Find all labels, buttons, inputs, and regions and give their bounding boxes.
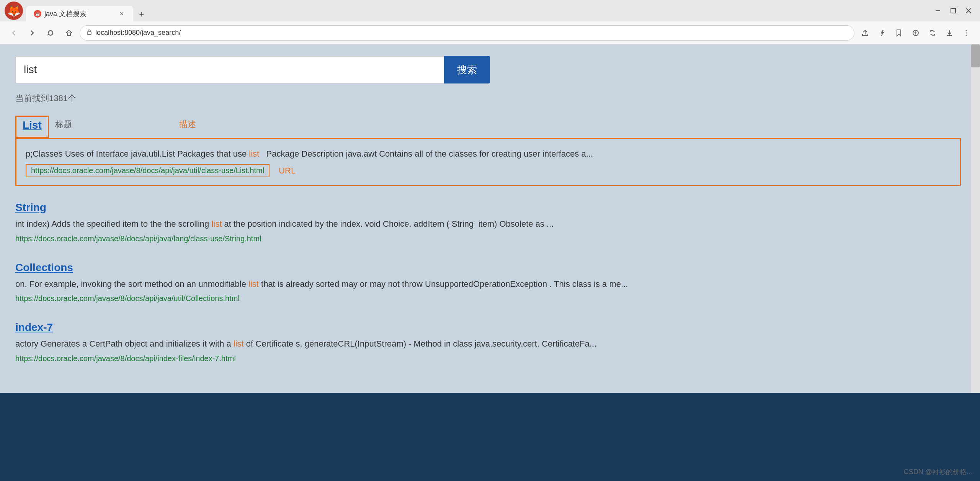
extensions-button[interactable]: [908, 25, 923, 41]
nav-bar: localhost:8080/java_search/: [0, 21, 980, 44]
search-input[interactable]: [15, 56, 444, 83]
watermark-text: CSDN @衬衫的价格...: [904, 467, 972, 476]
scrollbar-thumb[interactable]: [971, 44, 980, 67]
tab-bar: ☕ java 文档搜索 ✕ +: [26, 0, 928, 21]
result-4-title[interactable]: index-7: [15, 321, 53, 334]
minimize-button[interactable]: [931, 4, 945, 18]
result-item-index7: index-7 actory Generates a CertPath obje…: [15, 321, 961, 363]
result-item-string: String int index) Adds the specified ite…: [15, 201, 961, 243]
url-display: localhost:8080/java_search/: [95, 29, 848, 37]
address-bar[interactable]: localhost:8080/java_search/: [80, 25, 854, 41]
lock-icon: [86, 29, 92, 37]
maximize-button[interactable]: [946, 4, 960, 18]
svg-marker-6: [897, 30, 901, 36]
menu-button[interactable]: [959, 25, 974, 41]
home-button[interactable]: [61, 25, 77, 41]
result-2-url[interactable]: https://docs.oracle.com/javase/8/docs/ap…: [15, 234, 261, 243]
svg-rect-5: [87, 32, 91, 34]
sync-button[interactable]: [925, 25, 940, 41]
download-button[interactable]: [942, 25, 957, 41]
result-3-url[interactable]: https://docs.oracle.com/javase/8/docs/ap…: [15, 294, 240, 303]
svg-rect-0: [936, 10, 940, 11]
svg-point-10: [930, 30, 931, 32]
annotation-desc-label: 描述: [179, 119, 196, 130]
bookmark-button[interactable]: [891, 25, 906, 41]
window-controls: [931, 4, 975, 18]
annotation-url-label: URL: [279, 166, 296, 176]
highlight-list-1: list: [249, 149, 259, 159]
title-bar: 🦊 ☕ java 文档搜索 ✕ +: [0, 0, 980, 21]
browser-logo: 🦊: [5, 2, 23, 20]
share-button[interactable]: [858, 25, 873, 41]
result-2-title[interactable]: String: [15, 201, 46, 214]
search-bar-container: 搜索: [15, 56, 961, 83]
tab-title: java 文档搜索: [44, 9, 115, 18]
result-4-url[interactable]: https://docs.oracle.com/javase/8/docs/ap…: [15, 354, 236, 363]
svg-point-16: [966, 34, 967, 36]
search-button[interactable]: 搜索: [444, 56, 490, 83]
content-area: 搜索 当前找到1381个 List 标题 描述 p;Classes Uses o…: [0, 44, 980, 393]
result-2-snippet: int index) Adds the specified item to th…: [15, 217, 961, 231]
lightning-button[interactable]: [874, 25, 890, 41]
refresh-button[interactable]: [43, 25, 58, 41]
forward-button[interactable]: [24, 25, 40, 41]
new-tab-button[interactable]: +: [135, 8, 149, 21]
result-4-snippet: actory Generates a CertPath object and i…: [15, 337, 961, 351]
svg-point-11: [934, 34, 935, 36]
result-1-title[interactable]: List: [23, 119, 42, 131]
result-count: 当前找到1381个: [15, 93, 961, 104]
scrollbar-track[interactable]: [971, 44, 980, 393]
annotation-title-label: 标题: [55, 119, 72, 130]
browser-window: 🦊 ☕ java 文档搜索 ✕ +: [0, 0, 980, 393]
close-button[interactable]: [962, 4, 975, 18]
result-3-title[interactable]: Collections: [15, 262, 73, 274]
nav-right-buttons: [858, 25, 974, 41]
tab-close-button[interactable]: ✕: [118, 10, 126, 18]
back-button[interactable]: [6, 25, 21, 41]
svg-rect-1: [951, 8, 956, 13]
tab-favicon: ☕: [34, 10, 41, 18]
highlight-list-2: list: [211, 219, 222, 229]
main-area: 搜索 当前找到1381个 List 标题 描述 p;Classes Uses o…: [0, 44, 980, 393]
highlight-list-4: list: [234, 339, 244, 348]
highlight-list-3: list: [248, 279, 259, 289]
result-3-snippet: on. For example, invoking the sort metho…: [15, 277, 961, 291]
result-1-snippet: p;Classes Uses of Interface java.util.Li…: [26, 147, 951, 161]
svg-point-15: [966, 32, 967, 33]
svg-rect-4: [67, 33, 70, 36]
active-tab[interactable]: ☕ java 文档搜索 ✕: [26, 6, 133, 21]
result-item-annotated: List 标题 描述 p;Classes Uses of Interface j…: [15, 116, 961, 186]
result-item-collections: Collections on. For example, invoking th…: [15, 262, 961, 303]
result-1-url[interactable]: https://docs.oracle.com/javase/8/docs/ap…: [31, 166, 264, 175]
svg-point-14: [966, 30, 967, 31]
